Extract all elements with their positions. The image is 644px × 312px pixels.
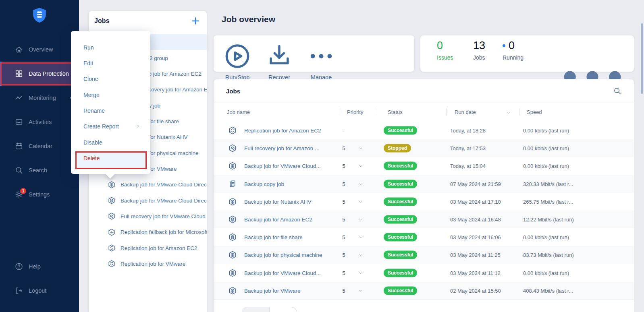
recovery-job-icon (228, 144, 237, 153)
job-name[interactable]: Backup job for Amazon EC2 (244, 217, 340, 223)
priority-value: 5 (339, 234, 348, 240)
column-header-status[interactable]: Status (388, 109, 403, 115)
status-badge: Successful (384, 269, 417, 277)
job-name[interactable]: Backup copy job (244, 181, 340, 187)
jobs-panel-item-replication-job-for-vmware[interactable]: Replication job for VMware (89, 256, 207, 272)
sidebar-item-overview[interactable]: Overview (0, 37, 79, 62)
sidebar-item-search[interactable]: Search (0, 158, 79, 182)
run-date: 03 May 2024 at 17:10 (450, 198, 501, 205)
sidebar-item-monitoring[interactable]: Monitoring (0, 86, 79, 110)
table-row-backup-job-for-vmware-cloud[interactable]: Backup job for VMware Cloud...5Successfu… (214, 157, 634, 175)
job-name[interactable]: Full recovery job for Amazon ... (244, 145, 340, 151)
scrollbar-thumb[interactable] (641, 23, 643, 94)
context-menu-item-merge[interactable]: Merge (71, 87, 150, 103)
speed-value: 265.75 Mbit/s (last r... (523, 198, 573, 205)
priority-dropdown chevron-down-icon[interactable] (358, 199, 364, 205)
speed-value: 320.33 Mbit/s (last r... (523, 181, 573, 187)
page-title: Job overview (222, 14, 275, 24)
job-name[interactable]: Backup job for physical machine (244, 252, 340, 258)
table-bottom-divider (214, 300, 634, 300)
table-row-backup-job-for-nutanix-ahv[interactable]: Backup job for Nutanix AHV5Successful03 … (214, 193, 634, 211)
sidebar-item-label: Logout (29, 287, 46, 294)
stat-value: 13 (473, 39, 485, 52)
job-name[interactable]: Backup job for Nutanix AHV (244, 198, 340, 205)
manage-button[interactable]: Manage (300, 41, 342, 72)
table-row-backup-job-for-vmware-cloud[interactable]: Backup job for VMware Cloud...5Successfu… (214, 264, 634, 282)
sidebar-item-activities[interactable]: Activities (0, 110, 79, 134)
context-menu-item-disable[interactable]: Disable (71, 134, 150, 150)
job-name[interactable]: Backup job for VMware (244, 287, 340, 293)
priority-value: 5 (339, 163, 348, 169)
priority-dropdown chevron-down-icon[interactable] (358, 181, 364, 187)
stats-card: 0Issues13Jobs0RunningMore (420, 35, 634, 72)
recover-button[interactable]: Recover (258, 41, 300, 72)
status-badge: Successful (384, 233, 417, 242)
sidebar-item-settings[interactable]: 1Settings (0, 182, 79, 207)
table-row-backup-job-for-amazon-ec2[interactable]: Backup job for Amazon EC25Successful03 M… (214, 211, 634, 228)
context-menu-item-rename[interactable]: Rename (71, 103, 150, 118)
column-header-job-name[interactable]: Job name (227, 109, 250, 115)
menu-item-label: Disable (83, 139, 102, 146)
sidebar-item-label: Settings (29, 191, 50, 198)
jobs-panel-item-backup-job-for-vmware-cloud-director[interactable]: Backup job for VMware Cloud Director (89, 192, 207, 208)
job-name[interactable]: Replication job for Amazon EC2 (244, 128, 340, 134)
table-row-backup-job-for-vmware[interactable]: Backup job for VMware5Successful02 May 2… (214, 282, 634, 300)
jobs-panel-item-full-recovery-job-for-vmware-cloud-director[interactable]: Full recovery job for VMware Cloud Direc… (89, 209, 207, 224)
sidebar-item-calendar[interactable]: Calendar (0, 134, 79, 158)
column-header-speed[interactable]: Speed (527, 109, 542, 115)
table-row-full-recovery-job-for-amazon[interactable]: Full recovery job for Amazon ...5Stopped… (214, 139, 634, 157)
sort-chevron-down-icon[interactable] (506, 110, 511, 115)
backup-job-icon (228, 161, 237, 170)
column-header-priority[interactable]: Priority (347, 109, 363, 115)
column-header-run-date[interactable]: Run date (455, 109, 476, 115)
sidebar-item-data-protection[interactable]: Data Protection (0, 62, 79, 86)
search-icon[interactable] (613, 87, 622, 95)
run-stop-button[interactable]: Run/Stop (216, 41, 258, 72)
context-menu-item-delete[interactable]: Delete (71, 150, 150, 166)
context-menu-item-clone[interactable]: Clone (71, 71, 150, 87)
priority-dropdown chevron-down-icon[interactable] (358, 163, 364, 169)
sidebar-item-label: Activities (29, 119, 52, 125)
priority-dropdown chevron-down-icon[interactable] (358, 217, 364, 222)
column-separator (446, 108, 447, 116)
table-column-headers: Job namePriorityStatusRun dateSpeed (214, 103, 634, 122)
sidebar-item-logout[interactable]: Logout (0, 279, 79, 303)
context-menu-item-run[interactable]: Run (71, 39, 150, 55)
job-name[interactable]: Backup job for VMware Cloud... (244, 270, 340, 276)
speed-value: 83.73 Mbit/s (last run) (523, 252, 574, 258)
table-row-replication-job-for-amazon-ec2[interactable]: Replication job for Amazon EC2-Successfu… (214, 122, 634, 139)
speed-value: 408.43 Mbit/s (last r... (523, 287, 573, 293)
job-item-label: Replication job for VMware (120, 261, 185, 267)
job-item-label: Backup job for VMware Cloud Director (120, 198, 207, 204)
priority-dropdown chevron-down-icon[interactable] (358, 145, 364, 151)
priority-value: 5 (339, 252, 348, 258)
sidebar-item-help[interactable]: Help (0, 254, 79, 279)
priority-dropdown chevron-down-icon[interactable] (358, 252, 364, 258)
status-badge: Successful (384, 126, 417, 135)
run-date: 03 May 2024 at 11:12 (450, 270, 501, 276)
pagination-control[interactable] (242, 307, 297, 312)
backup-icon (108, 196, 116, 205)
menu-item-label: Delete (83, 155, 100, 161)
menu-item-label: Clone (83, 76, 98, 82)
search-icon (15, 166, 23, 175)
context-menu-item-edit[interactable]: Edit (71, 55, 150, 71)
priority-dropdown chevron-down-icon[interactable] (358, 234, 364, 240)
gear-icon: 1 (15, 190, 23, 199)
status-badge: Successful (384, 180, 417, 188)
backup-job-icon (228, 233, 237, 242)
job-name[interactable]: Backup job for VMware Cloud... (244, 163, 340, 169)
add-job-button plus-icon[interactable] (191, 16, 200, 26)
jobs-panel-item-replication-job-for-amazon-ec2[interactable]: Replication job for Amazon EC2 (89, 240, 207, 256)
table-row-backup-job-for-physical-machine[interactable]: Backup job for physical machine5Successf… (214, 246, 634, 264)
jobs-panel-item-replication-failback-job-for-microsoft-hyper-v[interactable]: Replication failback job for Microsoft H… (89, 224, 207, 240)
priority-dropdown chevron-down-icon[interactable] (358, 288, 364, 293)
pagination-segment[interactable] (242, 307, 270, 312)
jobs-panel-item-backup-job-for-vmware-cloud-director[interactable]: Backup job for VMware Cloud Director (89, 177, 207, 192)
context-menu-item-create-report[interactable]: Create Report (71, 119, 150, 134)
table-row-backup-copy-job[interactable]: Backup copy job5Successful07 May 2024 at… (214, 175, 634, 193)
menu-item-label: Create Report (83, 123, 119, 130)
priority-dropdown chevron-down-icon[interactable] (358, 270, 364, 276)
job-name[interactable]: Backup job for file share (244, 234, 340, 240)
table-row-backup-job-for-file-share[interactable]: Backup job for file share5Successful03 M… (214, 228, 634, 246)
